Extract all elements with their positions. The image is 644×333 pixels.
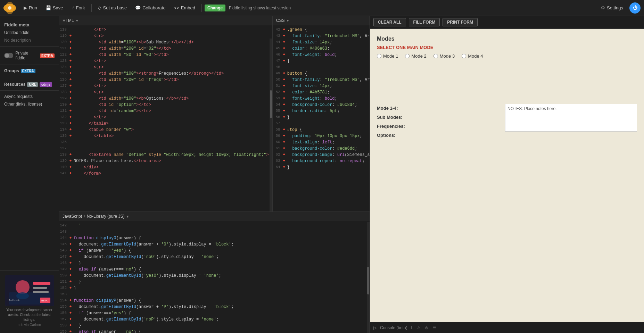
svg-rect-7 [33, 282, 50, 285]
collaborate-label: Collaborate [142, 5, 166, 10]
sidebar-description[interactable]: No description [0, 36, 59, 44]
html-line-123: 123◆ </tr> [59, 58, 272, 64]
js-line-147: 147◆ document.getElementById('noO').styl… [59, 254, 370, 260]
ad-text: Your new development career awaits. Chec… [3, 308, 56, 322]
js-line-159: 159◆ else if (answer==='no') { [59, 329, 370, 333]
mode3-input[interactable] [434, 54, 438, 58]
private-toggle[interactable] [4, 53, 13, 58]
save-label: Save [53, 5, 63, 10]
other-item[interactable]: Other (links, license) [0, 100, 59, 108]
svg-text:BETA: BETA [41, 299, 48, 302]
mode3-radio[interactable]: Mode 3 [434, 53, 455, 59]
mode4-input[interactable] [462, 54, 466, 58]
async-item[interactable]: Async requests [0, 93, 59, 100]
js-label: JavaScript + No-Library (pure JS) [63, 214, 124, 219]
svg-point-2 [8, 6, 11, 10]
collaborate-icon: 💬 [135, 5, 141, 10]
html-label: HTML [63, 18, 74, 23]
divider-2 [201, 4, 202, 12]
label-mode14: Mode 1-4: [377, 104, 405, 113]
css-line-46: 46◆ font-weight: bold; [273, 52, 370, 58]
label-options: Options: [377, 131, 405, 140]
mode4-label: Mode 4 [468, 53, 483, 59]
css-code-area[interactable]: 42◆.green { 43◆ font-family: "Trebuchet … [273, 25, 370, 211]
print-form-button[interactable]: PRINT FORM [443, 18, 478, 26]
js-line-148: 148◆ } [59, 260, 370, 266]
css-line-52: 52◆ color: #4b5781; [273, 89, 370, 95]
html-code-area[interactable]: 118 </tr> 119◆ <tr> 120◆ <td width="100"… [59, 25, 272, 211]
css-line-61: 61◆ background-color: #ede6dd; [273, 145, 370, 152]
collaborate-button[interactable]: 💬 Collaborate [132, 3, 169, 12]
html-line-139: 139◆NOTES: Place notes here.</textarea> [59, 158, 272, 164]
css-line-60: 60◆ text-align: left; [273, 139, 370, 145]
ad-image[interactable]: Authentic BETA [5, 275, 54, 306]
js-line-143: 143 [59, 229, 370, 235]
html-line-141: 141◆ </form> [59, 170, 272, 177]
modes-section: Modes SELECT ONE MAIN MODE Mode 1 Mode 2 [377, 36, 637, 59]
resources-row[interactable]: Resources URL cdnjs [4, 82, 55, 87]
html-line-130: 130◆ <td id="option"></td> [59, 102, 272, 108]
logo [3, 2, 16, 14]
html-line-120: 120◆ <td width="100"><b>Sub Modes:</b></… [59, 39, 272, 45]
html-code-scroll[interactable]: 118 </tr> 119◆ <tr> 120◆ <td width="100"… [59, 25, 272, 211]
embed-label: Embed [181, 5, 195, 10]
css-line-51: 51◆ font-size: 14px; [273, 83, 370, 89]
css-line-43: 43◆ font-family: "Trebuchet MS", Arial, … [273, 33, 370, 39]
mode2-radio[interactable]: Mode 2 [405, 53, 426, 59]
js-code-scroll[interactable]: 142 ' 143 144◆function displayO(answer) … [59, 221, 370, 333]
fork-button[interactable]: ⑂ Fork [68, 3, 89, 12]
html-scrollbar[interactable] [270, 39, 272, 211]
js-code-area[interactable]: 142 ' 143 144◆function displayO(answer) … [59, 221, 370, 333]
css-line-62: 62◆ background-image: url(Siemens_sps_co… [273, 152, 370, 158]
mode1-radio[interactable]: Mode 1 [377, 53, 398, 59]
change-badge: Change [205, 5, 225, 11]
svg-point-5 [16, 280, 30, 294]
html-chevron[interactable]: ▼ [75, 19, 79, 23]
sidebar-untitled[interactable]: Untitled fiddle [0, 29, 59, 36]
html-line-137: 137 [59, 145, 272, 152]
css-line-45: 45◆ color: #406e63; [273, 45, 370, 52]
save-button[interactable]: 💾 Save [42, 3, 67, 12]
notes-textarea[interactable]: NOTES: Place notes here. [505, 104, 637, 132]
css-line-57: 57 [273, 120, 370, 127]
mode2-input[interactable] [405, 54, 410, 58]
console-log-icon: ☰ [432, 325, 436, 330]
console-icons: ℹ ⚠ ⊗ ☰ [411, 325, 436, 330]
css-chevron[interactable]: ▼ [286, 19, 289, 23]
html-line-135: 135◆ </table> [59, 133, 272, 139]
html-line-134: 134◆ <table border="0"> [59, 127, 272, 133]
form-row: Mode 1-4: Sub Modes: Frequencies: Option… [377, 104, 637, 140]
js-line-155: 155◆ document.getElementById(answer + 'P… [59, 304, 370, 310]
mode1-input[interactable] [377, 54, 381, 58]
set-as-base-icon: ◇ [98, 5, 101, 10]
groups-row[interactable]: Groups EXTRA [0, 67, 59, 75]
clear-all-button[interactable]: CLEAR ALL [373, 18, 406, 26]
mode2-label: Mode 2 [411, 53, 426, 59]
mode4-radio[interactable]: Mode 4 [462, 53, 483, 59]
groups-badge: EXTRA [21, 69, 35, 73]
html-line-118: 118 </tr> [59, 27, 272, 33]
css-code-scroll[interactable]: 42◆.green { 43◆ font-family: "Trebuchet … [273, 25, 370, 211]
settings-button[interactable]: ⚙ Settings [597, 3, 627, 12]
power-button[interactable]: ⏻ [629, 2, 641, 14]
js-scrollbar[interactable] [367, 222, 370, 333]
set-as-base-button[interactable]: ◇ Set as base [94, 3, 131, 12]
console-expand-icon[interactable]: ▷ [373, 325, 377, 330]
divider-sidebar-4 [0, 90, 59, 91]
css-line-59: 59◆ padding: 10px 10px 0px 15px; [273, 133, 370, 139]
js-line-154: 154◆function displayP(answer) { [59, 298, 370, 304]
console-label: Console (beta) [380, 325, 407, 330]
fill-form-button[interactable]: FILL FORM [409, 18, 440, 26]
css-line-48: 48 [273, 64, 370, 70]
css-line-44: 44◆ font-size: 14px; [273, 39, 370, 45]
run-button[interactable]: ▶ Run [20, 3, 41, 12]
css-line-47: 47◆} [273, 58, 370, 64]
html-line-124: 124◆ <tr> [59, 64, 272, 70]
js-chevron[interactable]: ▼ [126, 215, 129, 218]
left-editors: HTML ▼ 118 </tr> 119◆ <tr> 120◆ <td widt… [59, 16, 370, 333]
embed-button[interactable]: <> Embed [171, 3, 199, 12]
preview-toolbar: CLEAR ALL FILL FORM PRINT FORM [370, 16, 644, 29]
js-panel: JavaScript + No-Library (pure JS) ▼ 142 … [59, 211, 370, 333]
divider-sidebar-2 [0, 65, 59, 65]
css-line-63: 63◆ background-repeat: no-repeat; [273, 158, 370, 164]
